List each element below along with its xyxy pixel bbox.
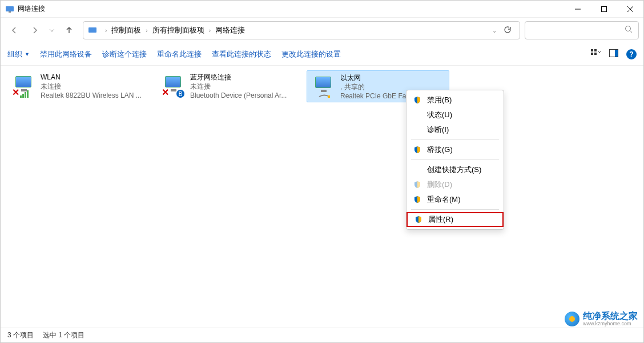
svg-point-7	[626, 26, 631, 31]
svg-line-8	[630, 31, 633, 33]
ctx-properties[interactable]: 属性(R)	[406, 212, 504, 227]
connection-status: 未连接	[190, 82, 297, 91]
item-count: 3 个项目	[7, 330, 34, 340]
ctx-bridge[interactable]: 桥接(G)	[406, 142, 504, 157]
shield-icon	[413, 146, 421, 154]
watermark-url: www.kzmyhome.com	[583, 321, 638, 326]
status-bar: 3 个项目 选中 1 个项目	[1, 328, 643, 342]
ctx-shortcut[interactable]: 创建快捷方式(S)	[406, 162, 504, 177]
connection-name: 以太网	[340, 73, 446, 82]
svg-rect-3	[602, 6, 607, 11]
svg-rect-1	[9, 11, 11, 13]
separator	[411, 139, 499, 140]
recent-dropdown[interactable]	[46, 21, 58, 39]
breadcrumb-leaf[interactable]: 网络连接	[214, 25, 246, 35]
shield-icon	[413, 96, 421, 104]
ethernet-icon	[309, 73, 338, 101]
refresh-button[interactable]	[500, 26, 515, 35]
shield-icon	[413, 196, 421, 204]
bluetooth-icon: ✕B	[159, 73, 188, 100]
chevron-down-icon[interactable]: ⌄	[489, 27, 500, 34]
separator	[411, 159, 499, 160]
up-button[interactable]	[60, 21, 78, 39]
connection-device: Realtek 8822BU Wireless LAN ...	[41, 91, 148, 100]
maximize-button[interactable]	[591, 1, 617, 18]
connection-name: WLAN	[41, 73, 148, 82]
address-bar[interactable]: › 控制面板 › 所有控制面板项 › 网络连接 ⌄	[83, 21, 520, 39]
diagnose-action[interactable]: 诊断这个连接	[102, 49, 147, 59]
ctx-status[interactable]: 状态(U)	[406, 107, 504, 122]
organize-menu[interactable]: 组织 ▼	[7, 49, 30, 59]
window-icon	[5, 5, 14, 14]
connection-item-wlan[interactable]: ✕ WLAN 未连接 Realtek 8822BU Wireless LAN .…	[7, 70, 150, 102]
view-options-button[interactable]	[591, 49, 601, 59]
breadcrumb-root[interactable]: 控制面板	[110, 25, 142, 35]
context-menu: 禁用(B) 状态(U) 诊断(I) 桥接(G) 创建快捷方式(S) 删除(D) …	[406, 90, 504, 230]
watermark-logo-icon	[565, 312, 579, 326]
svg-rect-12	[594, 53, 597, 55]
help-button[interactable]: ?	[626, 49, 637, 59]
search-input[interactable]	[525, 21, 639, 39]
svg-rect-10	[594, 49, 597, 51]
svg-rect-15	[328, 95, 330, 98]
svg-rect-9	[591, 49, 593, 51]
connection-device: Bluetooth Device (Personal Ar...	[190, 91, 297, 100]
ctx-diagnose[interactable]: 诊断(I)	[406, 122, 504, 137]
ctx-disable[interactable]: 禁用(B)	[406, 93, 504, 107]
search-icon	[625, 25, 633, 35]
shield-icon	[414, 216, 422, 224]
forward-button[interactable]	[26, 21, 44, 39]
disable-device-action[interactable]: 禁用此网络设备	[40, 49, 92, 59]
chevron-down-icon: ▼	[25, 51, 30, 57]
connection-item-bluetooth[interactable]: ✕B 蓝牙网络连接 未连接 Bluetooth Device (Personal…	[157, 70, 300, 102]
shield-icon	[413, 181, 421, 189]
wlan-icon: ✕	[10, 73, 38, 100]
command-bar: 组织 ▼ 禁用此网络设备 诊断这个连接 重命名此连接 查看此连接的状态 更改此连…	[1, 43, 643, 66]
breadcrumb-mid[interactable]: 所有控制面板项	[151, 25, 206, 35]
svg-rect-6	[88, 27, 96, 33]
location-icon	[88, 26, 97, 35]
window-controls	[565, 1, 643, 18]
watermark-brand: 纯净系统之家	[583, 312, 638, 321]
ctx-delete: 删除(D)	[406, 177, 504, 192]
chevron-right-icon: ›	[206, 27, 214, 34]
svg-rect-0	[6, 6, 14, 11]
rename-action[interactable]: 重命名此连接	[157, 49, 202, 59]
chevron-right-icon: ›	[142, 27, 151, 34]
svg-rect-11	[591, 53, 593, 55]
chevron-right-icon: ›	[102, 27, 110, 34]
window-title: 网络连接	[18, 4, 565, 14]
navigation-bar: › 控制面板 › 所有控制面板项 › 网络连接 ⌄	[1, 18, 643, 43]
watermark: 纯净系统之家 www.kzmyhome.com	[565, 312, 638, 326]
ctx-rename[interactable]: 重命名(M)	[406, 192, 504, 207]
svg-rect-14	[615, 50, 618, 57]
preview-pane-button[interactable]	[609, 49, 618, 59]
close-button[interactable]	[617, 1, 643, 18]
connection-name: 蓝牙网络连接	[190, 73, 297, 82]
content-area: ✕ WLAN 未连接 Realtek 8822BU Wireless LAN .…	[1, 66, 643, 328]
minimize-button[interactable]	[565, 1, 591, 18]
change-settings-action[interactable]: 更改此连接的设置	[281, 49, 341, 59]
view-status-action[interactable]: 查看此连接的状态	[212, 49, 271, 59]
separator	[411, 209, 499, 210]
back-button[interactable]	[5, 21, 23, 39]
selected-count: 选中 1 个项目	[43, 330, 84, 340]
titlebar: 网络连接	[1, 1, 643, 18]
connection-status: 未连接	[41, 82, 148, 91]
